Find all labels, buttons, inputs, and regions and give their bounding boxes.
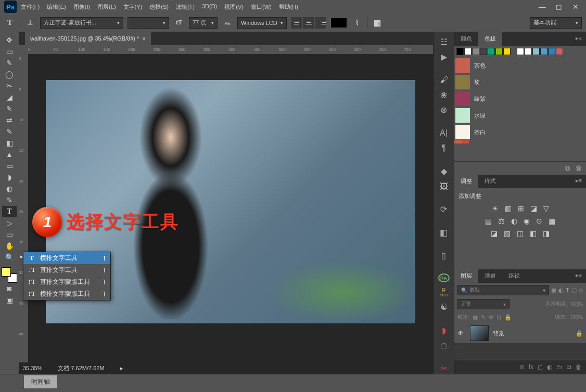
balance-icon[interactable]: ⚖ [498, 217, 505, 225]
exposure-icon[interactable]: ◪ [530, 204, 537, 213]
history-brush-tool[interactable]: ◧ [2, 137, 17, 149]
vibrance-icon[interactable]: ▽ [543, 204, 549, 213]
filter-pixel-icon[interactable]: ▦ [551, 287, 556, 294]
flyout-horizontal-type[interactable]: T 横排文字工具 T [23, 252, 110, 264]
levels-icon[interactable]: ▥ [505, 204, 512, 213]
refresh-icon[interactable]: ⟳ [437, 204, 451, 215]
layer-row[interactable]: 👁 背景 🔒 [454, 323, 586, 343]
tab-paths[interactable]: 路径 [502, 269, 526, 283]
swatch-row[interactable]: 绛紫 [454, 90, 586, 107]
swatch[interactable] [503, 48, 511, 55]
antialias-dropdown[interactable]: Windows LCD ▾ [237, 17, 287, 29]
delete-swatch-button[interactable]: 🗑 [575, 164, 582, 172]
align-center-button[interactable] [303, 17, 314, 29]
fill-value[interactable]: 100% [569, 315, 583, 320]
swatch-row[interactable]: 茶白 [454, 124, 586, 140]
clone-source-icon[interactable]: ⊗ [437, 104, 451, 115]
menu-help[interactable]: 帮助(H) [279, 3, 298, 11]
link-layers-button[interactable]: ⊘ [519, 363, 525, 371]
new-swatch-button[interactable]: ⧉ [565, 164, 570, 173]
layer-thumbnail[interactable] [470, 325, 489, 341]
gradient-map-icon[interactable]: ◧ [530, 229, 537, 238]
document-info[interactable]: 文档:7.62M/7.62M [58, 364, 104, 372]
lock-icon[interactable]: 🔒 [576, 330, 583, 337]
hand-tool[interactable]: ✋ [2, 240, 17, 252]
color-picker[interactable] [2, 267, 17, 283]
swatch[interactable] [456, 48, 464, 55]
quick-select-tool[interactable]: ◯ [2, 69, 17, 80]
posterize-icon[interactable]: ▨ [504, 229, 511, 238]
zoom-level[interactable]: 35.35% [23, 365, 42, 371]
hue-icon[interactable]: ▤ [485, 217, 492, 225]
close-button[interactable]: ✕ [569, 3, 582, 11]
screen-mode-toggle[interactable]: ▣ [2, 294, 17, 306]
quick-mask-toggle[interactable]: ◙ [2, 283, 17, 294]
warp-text-button[interactable]: ⌇ [351, 17, 363, 29]
ruler-horizontal[interactable]: 0 50 100 150 200 250 300 350 400 450 500… [19, 45, 433, 54]
menu-file[interactable]: 文件(F) [21, 3, 40, 11]
blur-tool[interactable]: ◗ [2, 172, 17, 183]
nav-panel-icon[interactable]: 🖼 [437, 181, 451, 192]
flyout-vertical-type[interactable]: ↓T 直排文字工具 T [23, 264, 110, 276]
layer-name[interactable]: 背景 [493, 330, 504, 337]
new-group-button[interactable]: 🗀 [556, 363, 563, 371]
ra-plugin-icon[interactable]: RA [438, 273, 450, 282]
lock-artboard-icon[interactable]: ⊡ [496, 314, 501, 321]
channel-mixer-icon[interactable]: ⊙ [536, 217, 542, 225]
device-icon[interactable]: ▯ [437, 250, 451, 261]
text-orientation-toggle[interactable]: ⊥ [24, 17, 36, 29]
tab-styles[interactable]: 样式 [478, 175, 502, 188]
swatch[interactable] [540, 48, 547, 55]
maximize-button[interactable]: ◻ [553, 3, 565, 11]
tab-channels[interactable]: 通道 [478, 269, 502, 283]
menu-image[interactable]: 图像(I) [73, 3, 90, 11]
menu-edit[interactable]: 编辑(E) [47, 3, 66, 11]
new-layer-button[interactable]: ⧉ [567, 363, 571, 371]
lock-all-icon[interactable]: 🔒 [504, 314, 512, 321]
libraries-icon[interactable]: ◆ [437, 166, 451, 177]
yinyang-icon[interactable]: ☯ [437, 302, 451, 312]
menu-window[interactable]: 窗口(W) [251, 3, 272, 11]
curves-icon[interactable]: ⊞ [518, 204, 524, 213]
flyout-horizontal-mask-type[interactable]: ⫶T 横排文字蒙版工具 T [23, 288, 110, 300]
character-panel-icon[interactable]: A| [437, 128, 451, 139]
zoom-tool[interactable]: 🔍 [2, 252, 17, 263]
document-tab[interactable]: wallhaven-350125.jpg @ 35.4%(RGB/8#) * × [25, 32, 151, 45]
healing-tool[interactable]: ✎ [2, 103, 17, 114]
brush-presets-icon[interactable]: ❀ [437, 89, 451, 100]
panel-menu-icon[interactable]: ▸≡ [571, 175, 586, 188]
visibility-toggle[interactable]: 👁 [457, 330, 466, 337]
menu-view[interactable]: 视图(V) [224, 3, 244, 11]
plugin-icon-3[interactable]: ✂ [437, 363, 451, 374]
crop-tool[interactable]: ✂ [2, 80, 17, 92]
photo-filter-icon[interactable]: ◉ [524, 217, 530, 225]
menu-3d[interactable]: 3D(D) [202, 3, 217, 11]
layer-kind-filter[interactable]: 🔍类型▾ [457, 285, 549, 295]
swatch[interactable] [525, 48, 532, 55]
tab-adjustments[interactable]: 调整 [454, 175, 478, 188]
layer-style-button[interactable]: fx [529, 363, 533, 371]
swatch[interactable] [532, 48, 540, 55]
rpro-plugin-icon[interactable]: RPRO [437, 286, 451, 297]
tab-layers[interactable]: 图层 [454, 269, 478, 283]
swatch[interactable] [517, 48, 524, 55]
lasso-tool[interactable]: ✎ [2, 57, 17, 69]
delete-layer-button[interactable]: 🗑 [576, 363, 582, 371]
menu-filter[interactable]: 滤镜(T) [176, 3, 195, 11]
eyedropper-tool[interactable]: ◢ [2, 92, 17, 103]
plugin-icon-2[interactable]: ◌ [437, 340, 451, 351]
filter-type-icon[interactable]: T [566, 287, 569, 293]
lookup-icon[interactable]: ▦ [549, 217, 555, 225]
tab-color[interactable]: 颜色 [454, 32, 478, 46]
selective-color-icon[interactable]: ◨ [543, 229, 550, 238]
menu-type[interactable]: 文字(Y) [123, 3, 143, 11]
font-weight-dropdown[interactable]: ▾ [128, 17, 169, 29]
filter-smart-icon[interactable]: ◇ [579, 287, 583, 294]
eraser-tool[interactable]: ▲ [2, 149, 17, 160]
blend-mode-dropdown[interactable]: 正常▾ [457, 299, 509, 309]
panel-menu-icon[interactable]: ▸≡ [571, 32, 586, 46]
pen-tool[interactable]: ✎ [2, 194, 17, 206]
swatch[interactable] [556, 48, 563, 55]
swatch-row[interactable]: 茶色 [454, 57, 586, 74]
tab-swatches[interactable]: 色板 [478, 32, 502, 46]
